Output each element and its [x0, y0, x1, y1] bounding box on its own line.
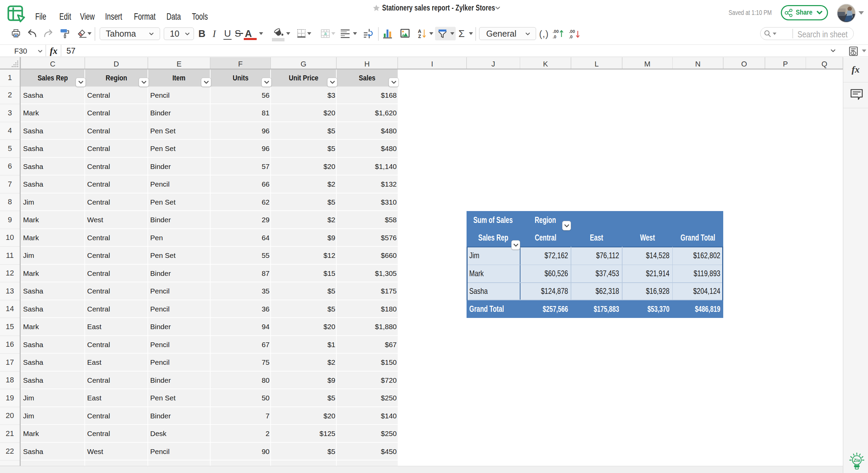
svg-text:.0: .0 [553, 34, 556, 39]
svg-text:A: A [418, 29, 421, 34]
svg-text:Zia: Zia [853, 458, 860, 463]
svg-text:Z: Z [418, 34, 421, 39]
svg-text:a: a [324, 31, 327, 36]
svg-text:.00: .00 [553, 29, 559, 34]
svg-text:.00: .00 [569, 29, 575, 34]
svg-text:.0: .0 [569, 34, 573, 39]
